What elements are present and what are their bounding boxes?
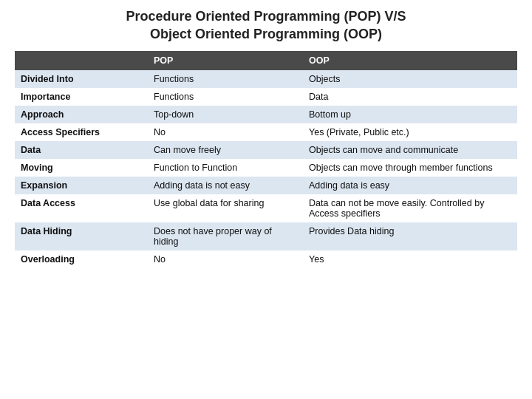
row-oop: Provides Data hiding xyxy=(303,222,517,250)
row-pop: Can move freely xyxy=(148,141,303,159)
row-label: Expansion xyxy=(15,177,148,194)
row-oop: Data can not be move easily. Controlled … xyxy=(303,194,517,222)
row-pop: Use global data for sharing xyxy=(148,194,303,222)
table-row: Data HidingDoes not have proper way of h… xyxy=(15,222,517,250)
row-oop: Adding data is easy xyxy=(303,177,517,194)
page: Procedure Oriented Programming (POP) V/S… xyxy=(0,0,532,399)
row-oop: Yes xyxy=(303,250,517,268)
table-row: Access SpecifiersNoYes (Private, Public … xyxy=(15,123,517,141)
table-row: OverloadingNoYes xyxy=(15,250,517,268)
table-row: ExpansionAdding data is not easyAdding d… xyxy=(15,177,517,194)
row-pop: No xyxy=(148,123,303,141)
row-pop: Does not have proper way of hiding xyxy=(148,222,303,250)
table-row: MovingFunction to FunctionObjects can mo… xyxy=(15,159,517,177)
row-oop: Bottom up xyxy=(303,106,517,123)
table-row: Data AccessUse global data for sharingDa… xyxy=(15,194,517,222)
row-label: Data Access xyxy=(15,194,148,222)
row-label: Approach xyxy=(15,106,148,123)
row-pop: Functions xyxy=(148,88,303,106)
table-row: Divided IntoFunctionsObjects xyxy=(15,70,517,88)
table-row: DataCan move freelyObjects can move and … xyxy=(15,141,517,159)
row-pop: Functions xyxy=(148,70,303,88)
row-pop: Top-down xyxy=(148,106,303,123)
row-oop: Data xyxy=(303,88,517,106)
row-label: Access Specifiers xyxy=(15,123,148,141)
row-pop: No xyxy=(148,250,303,268)
table-header-row: POP OOP xyxy=(15,51,517,70)
row-oop: Objects can move and communicate xyxy=(303,141,517,159)
row-label: Data xyxy=(15,141,148,159)
row-label: Moving xyxy=(15,159,148,177)
row-pop: Function to Function xyxy=(148,159,303,177)
row-oop: Objects can move through member function… xyxy=(303,159,517,177)
col-header-pop: POP xyxy=(148,51,303,70)
row-label: Divided Into xyxy=(15,70,148,88)
row-oop: Yes (Private, Public etc.) xyxy=(303,123,517,141)
row-label: Data Hiding xyxy=(15,222,148,250)
table-row: ApproachTop-downBottom up xyxy=(15,106,517,123)
col-header-oop: OOP xyxy=(303,51,517,70)
col-header-label xyxy=(15,51,148,70)
page-title: Procedure Oriented Programming (POP) V/S… xyxy=(15,7,517,44)
comparison-table: POP OOP Divided IntoFunctionsObjectsImpo… xyxy=(15,51,517,268)
row-oop: Objects xyxy=(303,70,517,88)
row-label: Overloading xyxy=(15,250,148,268)
row-label: Importance xyxy=(15,88,148,106)
table-row: ImportanceFunctionsData xyxy=(15,88,517,106)
row-pop: Adding data is not easy xyxy=(148,177,303,194)
